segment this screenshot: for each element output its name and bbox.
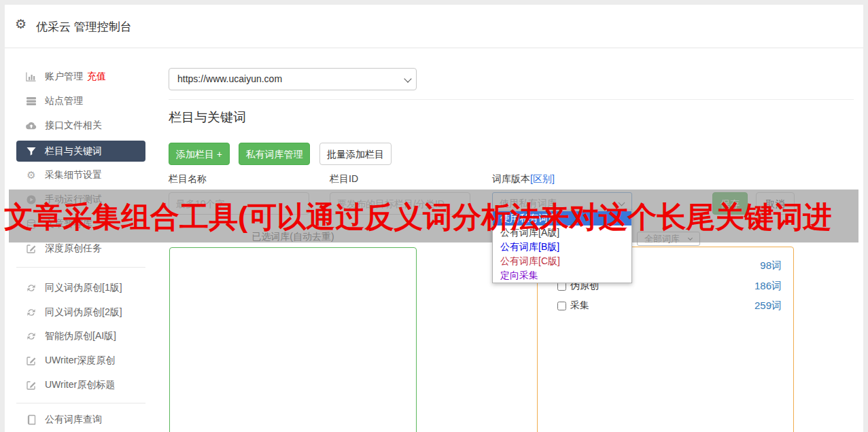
sidebar-item-label: 智能伪原创[AI版] (45, 330, 116, 342)
chevron-down-icon (404, 75, 411, 82)
sidebar-item-uwriter-title[interactable]: UWriter原创标题 (16, 373, 145, 397)
dropdown-option-public-c[interactable]: 公有词库[C版] (493, 254, 631, 268)
sidebar-item-sites[interactable]: 站点管理 (16, 89, 145, 113)
add-column-button[interactable]: 添加栏目 + (169, 143, 230, 165)
sidebar-item-smart-ai[interactable]: 智能伪原创[AI版] (16, 324, 145, 348)
dropdown-option-directed[interactable]: 定向采集 (493, 268, 631, 283)
sidebar-item-synonym-v1[interactable]: 同义词伪原创[1版] (16, 276, 145, 300)
selected-libs-box[interactable] (169, 247, 417, 432)
lib-version-label: 词库版本[区别] (492, 173, 555, 185)
sidebar-item-label: UWriter原创标题 (45, 379, 115, 391)
sidebar-item-label: 同义词伪原创[2版] (45, 306, 122, 319)
refresh-icon (26, 283, 37, 293)
difference-link[interactable]: [区别] (530, 173, 555, 184)
lib-row-label: 采集 (570, 300, 589, 312)
batch-add-button[interactable]: 批量添加栏目 (319, 143, 392, 165)
lib-count: 186词 (707, 280, 782, 293)
server-icon (26, 96, 37, 107)
app-header: ⚙ 优采云 管理控制台 (5, 5, 863, 48)
lib-count: 259词 (707, 300, 782, 312)
section-divider (169, 99, 854, 100)
column-name-label: 栏目名称 (169, 173, 207, 185)
column-id-label: 栏目ID (330, 173, 358, 185)
dropdown-option-public-b[interactable]: 公有词库[B版] (493, 240, 631, 254)
sidebar-item-label: 接口文件相关 (45, 120, 102, 132)
recharge-link[interactable]: 充值 (87, 71, 106, 82)
sidebar-item-collect-settings[interactable]: ⚙ 采集细节设置 (16, 163, 145, 187)
edit-icon (26, 243, 37, 254)
sidebar-item-synonym-v2[interactable]: 同义词伪原创[2版] (16, 300, 145, 325)
sidebar-divider (16, 267, 145, 268)
sidebar-item-label: 栏目与关键词 (45, 145, 102, 158)
site-url-value: https://www.ucaiyun.com (177, 73, 282, 84)
sidebar-item-label: 公有词库查询 (45, 414, 102, 426)
sidebar-item-account[interactable]: 账户管理 充值 (16, 65, 145, 89)
collect-checkbox[interactable] (557, 302, 566, 310)
sidebar-item-label: 账户管理 充值 (45, 71, 106, 83)
book-icon (26, 414, 37, 425)
lib-row-collect: 采集 (557, 300, 589, 312)
private-lib-button[interactable]: 私有词库管理 (239, 143, 310, 165)
refresh-icon (26, 307, 37, 318)
annotation-text: 文章采集组合工具(可以通过反义词分析法来对这个长尾关键词进 (4, 198, 832, 237)
sidebar-item-label: UWriter深度原创 (45, 355, 115, 367)
sidebar-item-public-lib-query[interactable]: 公有词库查询 (16, 408, 145, 432)
sidebar-item-label: 深度原创任务 (45, 242, 102, 255)
sidebar-item-interface-files[interactable]: 接口文件相关 (16, 113, 145, 138)
lib-count: 98词 (707, 259, 782, 272)
edit-icon (26, 380, 37, 391)
site-url-select[interactable]: https://www.ucaiyun.com (169, 68, 417, 90)
edit-icon (26, 355, 37, 366)
sidebar-item-label: 同义词伪原创[1版] (45, 282, 122, 294)
gear-icon: ⚙ (15, 16, 27, 32)
cloud-upload-icon (26, 120, 37, 131)
sidebar-item-label: 站点管理 (45, 95, 83, 107)
bar-chart-icon (26, 71, 37, 82)
page-title: 栏目与关键词 (169, 109, 246, 126)
refresh-icon (26, 331, 37, 342)
funnel-icon (26, 146, 37, 157)
sidebar-item-columns-keywords[interactable]: 栏目与关键词 (16, 141, 145, 162)
sidebar-item-uwriter-deep[interactable]: UWriter深度原创 (16, 348, 145, 373)
gears-icon: ⚙ (26, 170, 37, 181)
sidebar-divider (16, 403, 145, 403)
sidebar-item-label: 采集细节设置 (45, 169, 102, 181)
app-title: 优采云 管理控制台 (36, 19, 132, 35)
